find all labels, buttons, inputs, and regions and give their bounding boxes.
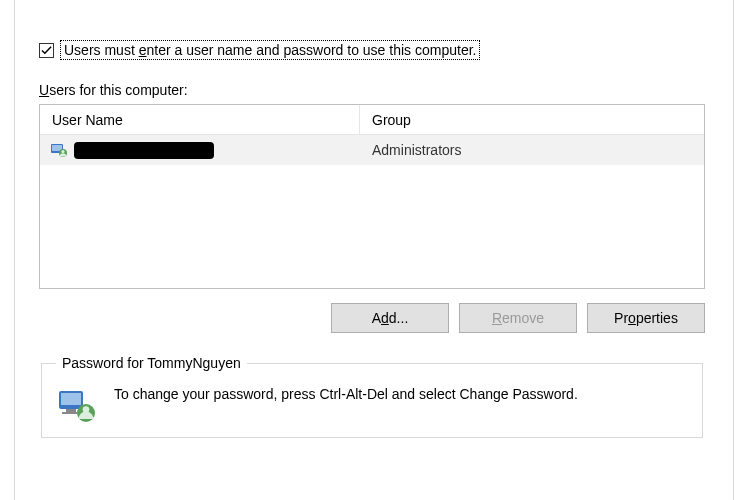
username-cell-redacted [74, 142, 214, 159]
group-cell: Administrators [360, 142, 704, 158]
table-row[interactable]: Administrators [40, 135, 704, 165]
password-instruction-text: To change your password, press Ctrl-Alt-… [114, 385, 688, 404]
require-password-checkbox[interactable] [39, 43, 54, 58]
key-user-icon [56, 385, 98, 427]
require-password-label: Users must enter a user name and passwor… [60, 40, 480, 60]
require-password-label-pre: Users must [64, 42, 139, 58]
remove-user-button[interactable]: Remove [459, 303, 577, 333]
users-label-post: sers for this computer: [49, 82, 188, 98]
password-groupbox: Password for TommyNguyen To change your … [41, 355, 703, 438]
users-listview[interactable]: User Name Group Administrators [39, 104, 705, 289]
column-header-username[interactable]: User Name [40, 105, 360, 134]
add-user-button[interactable]: Add... [331, 303, 449, 333]
svg-rect-5 [61, 393, 81, 405]
users-label-accel: U [39, 82, 49, 98]
require-password-label-post: nter a user name and password to use thi… [146, 42, 476, 58]
user-icon [50, 141, 68, 159]
password-groupbox-legend: Password for TommyNguyen [56, 355, 247, 371]
svg-rect-6 [66, 409, 76, 412]
column-header-group[interactable]: Group [360, 112, 704, 128]
users-for-computer-label: Users for this computer: [39, 82, 705, 98]
svg-point-3 [61, 150, 64, 153]
properties-button[interactable]: Properties [587, 303, 705, 333]
users-listview-header: User Name Group [40, 105, 704, 135]
